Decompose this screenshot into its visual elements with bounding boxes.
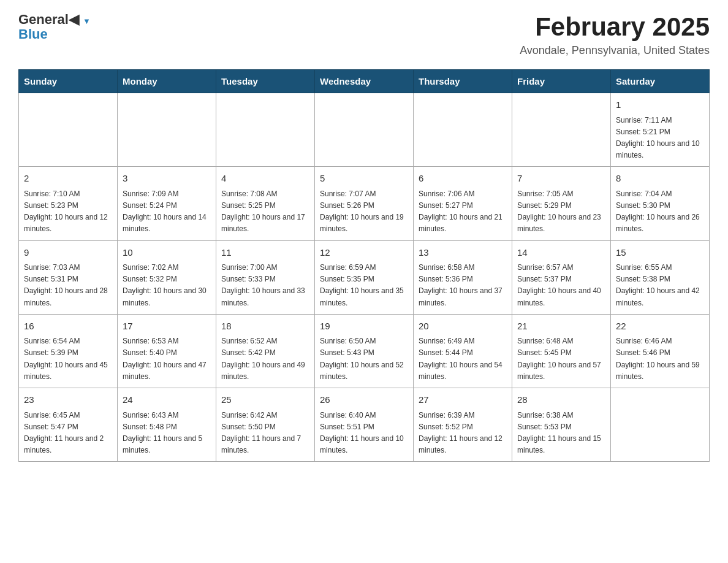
weekday-header: Wednesday <box>315 70 414 93</box>
calendar-cell: 18Sunrise: 6:52 AMSunset: 5:42 PMDayligh… <box>216 314 315 388</box>
weekday-header: Sunday <box>19 70 118 93</box>
day-info: Sunrise: 7:08 AMSunset: 5:25 PMDaylight:… <box>221 188 309 236</box>
day-number: 4 <box>221 172 309 186</box>
calendar-cell <box>216 93 315 167</box>
calendar-cell: 7Sunrise: 7:05 AMSunset: 5:29 PMDaylight… <box>512 167 611 240</box>
day-number: 18 <box>221 320 309 334</box>
logo-blue-text: Blue <box>18 27 91 42</box>
day-info: Sunrise: 7:03 AMSunset: 5:31 PMDaylight:… <box>24 262 112 309</box>
calendar-title: February 2025 <box>520 12 710 42</box>
calendar-cell: 13Sunrise: 6:58 AMSunset: 5:36 PMDayligh… <box>414 240 512 314</box>
calendar-cell: 1Sunrise: 7:11 AMSunset: 5:21 PMDaylight… <box>611 93 710 167</box>
calendar-cell: 6Sunrise: 7:06 AMSunset: 5:27 PMDaylight… <box>414 167 512 240</box>
calendar-cell: 5Sunrise: 7:07 AMSunset: 5:26 PMDaylight… <box>315 167 414 240</box>
calendar-cell: 12Sunrise: 6:59 AMSunset: 5:35 PMDayligh… <box>315 240 414 314</box>
weekday-header: Saturday <box>611 70 710 93</box>
day-number: 9 <box>24 246 112 260</box>
day-number: 12 <box>320 246 408 260</box>
day-number: 2 <box>24 172 112 186</box>
weekday-header: Monday <box>118 70 216 93</box>
calendar-cell: 19Sunrise: 6:50 AMSunset: 5:43 PMDayligh… <box>315 314 414 388</box>
day-info: Sunrise: 6:45 AMSunset: 5:47 PMDaylight:… <box>24 410 112 457</box>
day-info: Sunrise: 7:02 AMSunset: 5:32 PMDaylight:… <box>123 262 211 309</box>
calendar-subtitle: Avondale, Pennsylvania, United States <box>520 44 710 57</box>
weekday-header: Thursday <box>414 70 512 93</box>
title-block: February 2025 Avondale, Pennsylvania, Un… <box>520 12 710 57</box>
day-number: 11 <box>221 246 309 260</box>
day-number: 5 <box>320 172 408 186</box>
day-number: 13 <box>419 246 507 260</box>
calendar-header-row: SundayMondayTuesdayWednesdayThursdayFrid… <box>19 70 710 93</box>
day-number: 8 <box>616 172 704 186</box>
calendar-cell <box>611 388 710 462</box>
calendar-cell <box>512 93 611 167</box>
day-info: Sunrise: 7:06 AMSunset: 5:27 PMDaylight:… <box>419 188 507 236</box>
day-number: 1 <box>616 98 704 112</box>
day-info: Sunrise: 6:40 AMSunset: 5:51 PMDaylight:… <box>320 410 408 457</box>
day-info: Sunrise: 6:53 AMSunset: 5:40 PMDaylight:… <box>123 335 211 383</box>
page-header: General◀ ▼ Blue February 2025 Avondale, … <box>18 12 710 57</box>
calendar-table: SundayMondayTuesdayWednesdayThursdayFrid… <box>18 69 710 462</box>
calendar-cell: 28Sunrise: 6:38 AMSunset: 5:53 PMDayligh… <box>512 388 611 462</box>
day-number: 24 <box>123 393 211 407</box>
calendar-week-row: 1Sunrise: 7:11 AMSunset: 5:21 PMDaylight… <box>19 93 710 167</box>
day-number: 16 <box>24 320 112 334</box>
day-info: Sunrise: 6:58 AMSunset: 5:36 PMDaylight:… <box>419 262 507 309</box>
day-number: 15 <box>616 246 704 260</box>
day-number: 25 <box>221 393 309 407</box>
calendar-week-row: 2Sunrise: 7:10 AMSunset: 5:23 PMDaylight… <box>19 167 710 240</box>
calendar-cell: 10Sunrise: 7:02 AMSunset: 5:32 PMDayligh… <box>118 240 216 314</box>
day-info: Sunrise: 6:48 AMSunset: 5:45 PMDaylight:… <box>517 335 605 383</box>
calendar-cell <box>118 93 216 167</box>
day-number: 28 <box>517 393 605 407</box>
logo-general-text: General <box>18 12 69 27</box>
day-info: Sunrise: 6:55 AMSunset: 5:38 PMDaylight:… <box>616 262 704 309</box>
calendar-cell: 15Sunrise: 6:55 AMSunset: 5:38 PMDayligh… <box>611 240 710 314</box>
calendar-cell: 24Sunrise: 6:43 AMSunset: 5:48 PMDayligh… <box>118 388 216 462</box>
calendar-cell <box>315 93 414 167</box>
day-info: Sunrise: 6:57 AMSunset: 5:37 PMDaylight:… <box>517 262 605 309</box>
day-info: Sunrise: 6:59 AMSunset: 5:35 PMDaylight:… <box>320 262 408 309</box>
day-number: 17 <box>123 320 211 334</box>
calendar-week-row: 23Sunrise: 6:45 AMSunset: 5:47 PMDayligh… <box>19 388 710 462</box>
day-info: Sunrise: 6:54 AMSunset: 5:39 PMDaylight:… <box>24 335 112 383</box>
day-info: Sunrise: 6:43 AMSunset: 5:48 PMDaylight:… <box>123 410 211 457</box>
day-info: Sunrise: 7:05 AMSunset: 5:29 PMDaylight:… <box>517 188 605 236</box>
day-info: Sunrise: 6:52 AMSunset: 5:42 PMDaylight:… <box>221 335 309 383</box>
day-info: Sunrise: 6:42 AMSunset: 5:50 PMDaylight:… <box>221 410 309 457</box>
day-number: 7 <box>517 172 605 186</box>
day-number: 23 <box>24 393 112 407</box>
day-info: Sunrise: 7:00 AMSunset: 5:33 PMDaylight:… <box>221 262 309 309</box>
calendar-cell <box>19 93 118 167</box>
calendar-cell: 9Sunrise: 7:03 AMSunset: 5:31 PMDaylight… <box>19 240 118 314</box>
day-number: 27 <box>419 393 507 407</box>
day-number: 19 <box>320 320 408 334</box>
day-number: 21 <box>517 320 605 334</box>
day-info: Sunrise: 7:11 AMSunset: 5:21 PMDaylight:… <box>616 115 704 162</box>
calendar-cell: 22Sunrise: 6:46 AMSunset: 5:46 PMDayligh… <box>611 314 710 388</box>
calendar-cell: 4Sunrise: 7:08 AMSunset: 5:25 PMDaylight… <box>216 167 315 240</box>
logo: General◀ ▼ Blue <box>18 12 91 42</box>
day-number: 3 <box>123 172 211 186</box>
day-number: 10 <box>123 246 211 260</box>
calendar-cell: 17Sunrise: 6:53 AMSunset: 5:40 PMDayligh… <box>118 314 216 388</box>
day-info: Sunrise: 7:04 AMSunset: 5:30 PMDaylight:… <box>616 188 704 236</box>
day-info: Sunrise: 7:10 AMSunset: 5:23 PMDaylight:… <box>24 188 112 236</box>
day-info: Sunrise: 7:09 AMSunset: 5:24 PMDaylight:… <box>123 188 211 236</box>
weekday-header: Tuesday <box>216 70 315 93</box>
calendar-cell: 14Sunrise: 6:57 AMSunset: 5:37 PMDayligh… <box>512 240 611 314</box>
calendar-cell: 27Sunrise: 6:39 AMSunset: 5:52 PMDayligh… <box>414 388 512 462</box>
calendar-cell: 25Sunrise: 6:42 AMSunset: 5:50 PMDayligh… <box>216 388 315 462</box>
day-number: 22 <box>616 320 704 334</box>
day-number: 26 <box>320 393 408 407</box>
day-info: Sunrise: 6:39 AMSunset: 5:52 PMDaylight:… <box>419 410 507 457</box>
calendar-cell: 20Sunrise: 6:49 AMSunset: 5:44 PMDayligh… <box>414 314 512 388</box>
day-info: Sunrise: 6:46 AMSunset: 5:46 PMDaylight:… <box>616 335 704 383</box>
calendar-cell: 8Sunrise: 7:04 AMSunset: 5:30 PMDaylight… <box>611 167 710 240</box>
calendar-cell: 3Sunrise: 7:09 AMSunset: 5:24 PMDaylight… <box>118 167 216 240</box>
calendar-cell: 26Sunrise: 6:40 AMSunset: 5:51 PMDayligh… <box>315 388 414 462</box>
calendar-week-row: 9Sunrise: 7:03 AMSunset: 5:31 PMDaylight… <box>19 240 710 314</box>
day-info: Sunrise: 6:38 AMSunset: 5:53 PMDaylight:… <box>517 410 605 457</box>
day-info: Sunrise: 7:07 AMSunset: 5:26 PMDaylight:… <box>320 188 408 236</box>
day-info: Sunrise: 6:49 AMSunset: 5:44 PMDaylight:… <box>419 335 507 383</box>
